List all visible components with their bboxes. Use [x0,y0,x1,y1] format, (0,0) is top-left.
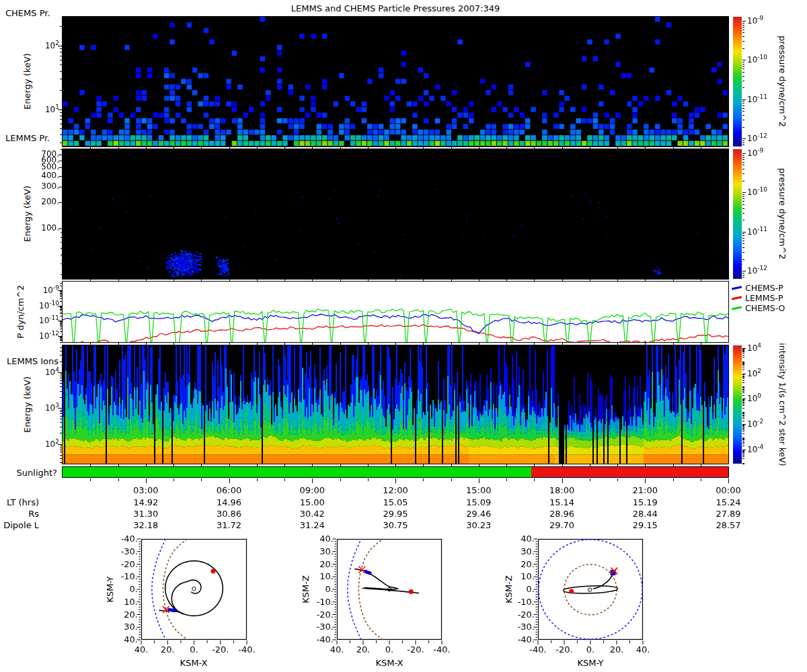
colorbar-tick-label: 10-12 [747,134,767,144]
colorbar-major-tick [742,232,746,233]
legend-swatch-chems-p [732,286,742,290]
y-major-tick [59,228,62,229]
colorbar-minor-tick [742,378,744,379]
y-minor-tick [60,142,62,143]
y-minor-tick [60,355,62,355]
y-minor-tick [60,329,62,329]
colorbar-minor-tick [742,429,744,430]
time-tick [146,478,147,483]
time-tick [312,478,313,483]
time-tick [118,478,119,481]
colorbar-minor-tick [742,450,744,451]
y-minor-tick [61,248,63,249]
x-minor-tick [423,464,424,466]
y-minor-tick [61,274,63,275]
colorbar-tick-label: 102 [747,368,761,378]
y-minor-tick [60,380,62,381]
row-label-lt: LT (hrs) [7,498,39,507]
y-tick-label: 400. [41,171,59,180]
y-axis-label-energy-1: Energy (keV) [22,53,32,110]
time-tick [645,478,646,483]
x-minor-tick [395,343,396,345]
colorbar-minor-tick [742,412,744,413]
colorbar-minor-tick [742,456,744,457]
colorbar-major-tick [742,138,746,139]
colorbar-minor-tick [742,140,744,141]
colorbar-major-tick [742,348,746,349]
time-label: 03:00 [133,486,158,495]
colorbar-minor-tick [742,64,744,65]
time-tick [368,478,369,481]
x-minor-tick [257,464,258,466]
x-minor-tick [90,343,91,345]
x-minor-tick [340,343,341,345]
y-tick-label: 10-9 [43,285,59,295]
x-minor-tick [479,343,479,345]
colorbar-minor-tick [742,204,744,205]
y-axis-label-energy-3: Energy (keV) [22,376,32,433]
y-minor-tick [60,325,62,326]
pressure-colorbar-2 [733,149,742,279]
panel-label-lemms-pr: LEMMS Pr. [5,134,50,143]
orbit2-y-title: KSM-Z [504,575,514,603]
y-tick-label: 10-11 [39,315,59,325]
y-tick-label: 500. [41,163,59,171]
y-minor-tick [60,308,62,308]
colorbar-minor-tick [742,353,744,353]
y-major-tick [59,155,62,155]
y-minor-tick [60,307,62,308]
y-tick-label: 600. [41,156,59,165]
colorbar-minor-tick [742,387,744,388]
legend-item-chems-o: CHEMS-O [732,303,785,313]
colorbar-minor-tick [742,405,744,406]
colorbar-minor-tick [742,403,744,403]
time-tick [90,478,91,481]
dipole-value: 30.75 [383,521,408,530]
colorbar-minor-tick [742,391,744,392]
colorbar-minor-tick [742,390,744,390]
y-minor-tick [60,433,62,433]
colorbar-minor-tick [742,69,744,69]
y-minor-tick [60,338,62,339]
colorbar-minor-tick [742,194,744,195]
colorbar-minor-tick [742,259,744,260]
y-minor-tick [60,306,62,307]
colorbar-tick-label: 10-10 [747,55,767,65]
time-tick [451,478,452,481]
x-minor-tick [201,343,202,345]
x-minor-tick [590,464,590,466]
lt-value: 15.14 [549,498,574,507]
row-label-dipole-l: Dipole L [3,521,39,530]
x-minor-tick [506,464,507,466]
y-minor-tick [60,450,62,450]
x-minor-tick [146,464,147,466]
y-minor-tick [60,427,62,427]
colorbar-minor-tick [742,415,744,416]
colorbar-minor-tick [742,208,744,209]
time-tick [562,478,563,483]
colorbar-minor-tick [742,106,744,106]
colorbar-minor-tick [742,198,744,199]
y-minor-tick [60,378,62,378]
colorbar-minor-tick [742,252,744,253]
colorbar-minor-tick [742,81,744,81]
colorbar-minor-tick [742,399,744,400]
y-tick-label: 102 [45,40,59,50]
x-minor-tick [229,464,230,466]
colorbar-minor-tick [742,362,744,362]
colorbar-minor-tick [742,382,744,383]
colorbar-minor-tick [742,464,744,464]
y-tick-label: 300. [41,182,59,191]
y-minor-tick [60,112,62,113]
y-minor-tick [60,60,62,60]
intensity-colorbar [733,345,742,464]
y-minor-tick [60,391,62,392]
orbit-plot-ksmx-ksmz [328,534,445,650]
y-minor-tick [60,342,62,343]
y-minor-tick [60,65,62,65]
colorbar-minor-tick [742,413,744,414]
y-minor-tick [60,324,62,325]
colorbar-minor-tick [742,350,744,351]
x-minor-tick [562,464,563,466]
y-tick-label: 100. [41,224,59,233]
